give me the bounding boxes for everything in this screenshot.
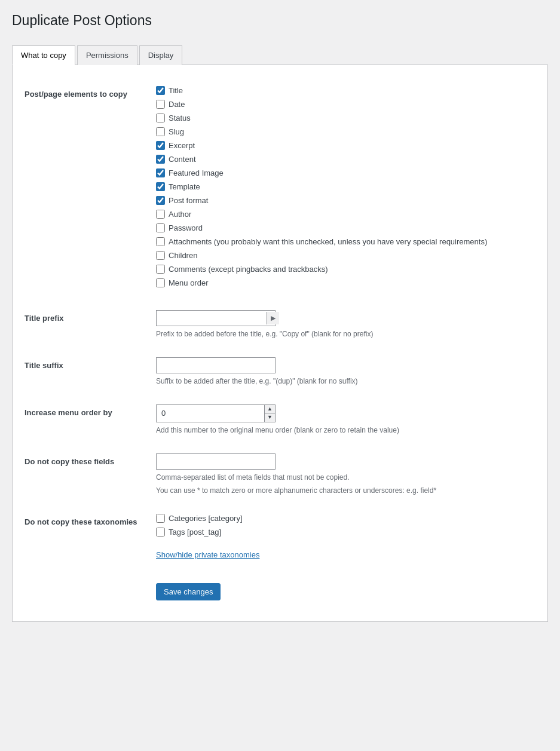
title-suffix-description: Suffix to be added after the title, e.g.… <box>156 376 535 387</box>
title-prefix-cell: ▶ Prefix to be added before the title, e… <box>156 301 535 348</box>
do-not-copy-fields-description-1: Comma-separated list of meta fields that… <box>156 472 535 483</box>
checkbox-excerpt-row: Excerpt <box>156 141 535 150</box>
what-to-copy-content: Post/page elements to copy Title Date <box>13 65 547 621</box>
checkbox-author[interactable] <box>156 210 165 219</box>
checkbox-featured-image-label: Featured Image <box>169 168 224 177</box>
checkbox-author-label: Author <box>169 210 191 219</box>
tab-content-panel: Post/page elements to copy Title Date <box>12 65 548 622</box>
checkbox-attachments-row: Attachments (you probably want this unch… <box>156 237 535 246</box>
tab-permissions[interactable]: Permissions <box>77 45 137 65</box>
checkbox-categories-row: Categories [category] <box>156 514 535 523</box>
checkbox-content-label: Content <box>169 155 196 164</box>
checkbox-title-label: Title <box>169 86 183 95</box>
title-suffix-cell: Suffix to be added after the title, e.g.… <box>156 348 535 396</box>
prefix-icon: ▶ <box>267 312 279 324</box>
checkbox-post-format-label: Post format <box>169 196 208 205</box>
title-prefix-description: Prefix to be added before the title, e.g… <box>156 329 535 339</box>
checkbox-excerpt[interactable] <box>156 141 165 150</box>
title-suffix-label: Title suffix <box>25 348 156 396</box>
checkbox-attachments-label: Attachments (you probably want this unch… <box>169 237 487 246</box>
checkbox-status-label: Status <box>169 114 191 122</box>
checkbox-password-row: Password <box>156 223 535 232</box>
do-not-copy-fields-description-2: You can use * to match zero or more alph… <box>156 485 535 496</box>
save-label-empty <box>25 568 156 609</box>
checkbox-password[interactable] <box>156 223 165 232</box>
save-changes-button[interactable]: Save changes <box>156 583 221 600</box>
increase-menu-order-input[interactable] <box>157 406 264 421</box>
do-not-copy-fields-cell: Comma-separated list of meta fields that… <box>156 445 535 505</box>
tabs-nav: What to copy Permissions Display <box>12 42 548 65</box>
checkbox-featured-image-row: Featured Image <box>156 168 535 177</box>
do-not-copy-fields-row: Do not copy these fields Comma-separated… <box>25 445 535 505</box>
tab-display[interactable]: Display <box>139 45 183 65</box>
increase-menu-order-label: Increase menu order by <box>25 396 156 445</box>
checkbox-status[interactable] <box>156 114 165 122</box>
title-suffix-row: Title suffix Suffix to be added after th… <box>25 348 535 396</box>
checkbox-excerpt-label: Excerpt <box>169 141 195 150</box>
do-not-copy-fields-input[interactable] <box>156 453 276 470</box>
page-title: Duplicate Post Options <box>12 12 548 30</box>
checkbox-slug[interactable] <box>156 127 165 136</box>
checkbox-comments-row: Comments (except pingbacks and trackback… <box>156 265 535 274</box>
post-elements-row: Post/page elements to copy Title Date <box>25 77 535 301</box>
title-prefix-input-wrapper: ▶ <box>156 310 276 326</box>
post-elements-label: Post/page elements to copy <box>25 77 156 301</box>
checkbox-children-label: Children <box>169 251 197 260</box>
checkbox-comments[interactable] <box>156 265 165 274</box>
tabs-container: What to copy Permissions Display Post/pa… <box>12 42 548 622</box>
checkbox-date[interactable] <box>156 100 165 109</box>
title-prefix-label: Title prefix <box>25 301 156 348</box>
checkbox-template-row: Template <box>156 182 535 191</box>
increase-menu-order-cell: ▲ ▼ Add this number to the original menu… <box>156 396 535 445</box>
checkbox-content[interactable] <box>156 155 165 164</box>
do-not-copy-fields-label: Do not copy these fields <box>25 445 156 505</box>
checkbox-tags-row: Tags [post_tag] <box>156 528 535 537</box>
post-elements-checkboxes: Title Date Status <box>156 77 535 301</box>
checkbox-tags-label: Tags [post_tag] <box>169 528 221 537</box>
checkbox-children-row: Children <box>156 251 535 260</box>
checkbox-date-row: Date <box>156 100 535 109</box>
do-not-copy-taxonomies-cell: Categories [category] Tags [post_tag] Sh… <box>156 505 535 568</box>
checkbox-menu-order[interactable] <box>156 278 165 287</box>
checkbox-categories-label: Categories [category] <box>169 514 243 523</box>
checkbox-children[interactable] <box>156 251 165 260</box>
checkbox-tags[interactable] <box>156 528 165 537</box>
checkbox-categories[interactable] <box>156 514 165 523</box>
increase-menu-order-description: Add this number to the original menu ord… <box>156 425 535 436</box>
tab-what-to-copy[interactable]: What to copy <box>12 45 75 65</box>
spinner-up-button[interactable]: ▲ <box>265 405 275 413</box>
title-suffix-input[interactable] <box>156 357 276 373</box>
number-spinners: ▲ ▼ <box>264 405 275 422</box>
checkbox-template[interactable] <box>156 182 165 191</box>
increase-menu-order-row: Increase menu order by ▲ ▼ Add this numb… <box>25 396 535 445</box>
spinner-down-button[interactable]: ▼ <box>265 413 275 422</box>
checkbox-post-format[interactable] <box>156 196 165 205</box>
do-not-copy-taxonomies-label: Do not copy these taxonomies <box>25 505 156 568</box>
checkbox-title[interactable] <box>156 86 165 95</box>
checkbox-slug-label: Slug <box>169 127 184 136</box>
checkbox-title-row: Title <box>156 86 535 95</box>
checkbox-post-format-row: Post format <box>156 196 535 205</box>
checkbox-attachments[interactable] <box>156 237 165 246</box>
number-input-wrapper: ▲ ▼ <box>156 404 276 422</box>
show-hide-private-taxonomies-link[interactable]: Show/hide private taxonomies <box>156 550 259 559</box>
checkbox-password-label: Password <box>169 223 203 232</box>
checkbox-content-row: Content <box>156 155 535 164</box>
save-cell: Save changes <box>156 568 535 609</box>
title-prefix-row: Title prefix ▶ Prefix to be added before… <box>25 301 535 348</box>
do-not-copy-taxonomies-row: Do not copy these taxonomies Categories … <box>25 505 535 568</box>
save-row: Save changes <box>25 568 535 609</box>
checkbox-template-label: Template <box>169 182 200 191</box>
checkbox-author-row: Author <box>156 210 535 219</box>
checkbox-status-row: Status <box>156 114 535 122</box>
checkbox-slug-row: Slug <box>156 127 535 136</box>
checkbox-menu-order-row: Menu order <box>156 278 535 287</box>
checkbox-menu-order-label: Menu order <box>169 278 208 287</box>
checkbox-comments-label: Comments (except pingbacks and trackback… <box>169 265 328 274</box>
title-prefix-input[interactable] <box>157 311 267 326</box>
checkbox-date-label: Date <box>169 100 185 109</box>
form-table: Post/page elements to copy Title Date <box>25 77 535 609</box>
checkbox-featured-image[interactable] <box>156 168 165 177</box>
